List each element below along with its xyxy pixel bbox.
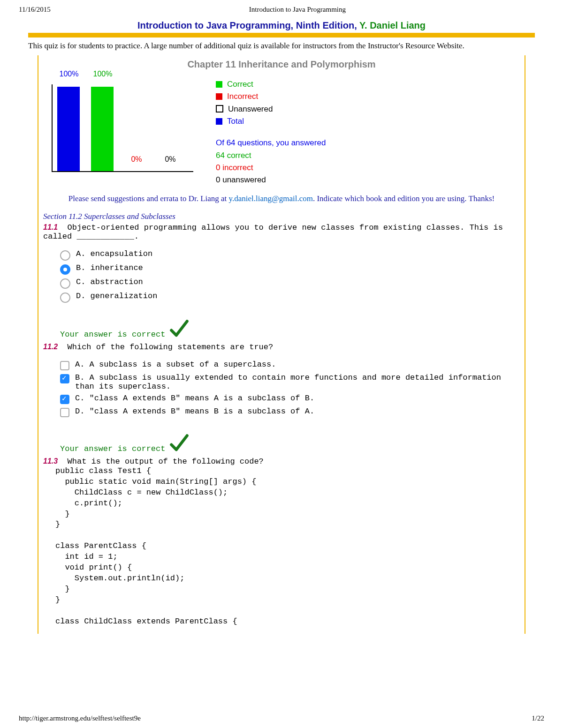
- chart-legend: Correct Incorrect Unanswered Total Of 64…: [216, 78, 326, 187]
- results-bar-chart: 100% 100% 0% 0%: [47, 78, 197, 172]
- errata-email-link[interactable]: y.daniel.liang@gmail.com: [229, 194, 313, 203]
- page-title: Introduction to Java Programming, Ninth …: [0, 16, 563, 33]
- question-11-2: 11.2 Which of the following statements a…: [38, 341, 525, 455]
- question-11-1: 11.1 Object-oriented programming allows …: [38, 221, 525, 341]
- print-date: 11/16/2015: [19, 6, 51, 14]
- feedback-text: Your answer is correct: [60, 444, 165, 453]
- divider-gold: [28, 33, 535, 38]
- option-label: C. abstraction: [76, 278, 143, 286]
- errata-note: Please send suggestions and errata to Dr…: [38, 187, 525, 207]
- footer-url: http://tiger.armstrong.edu/selftest/self…: [19, 714, 141, 722]
- option-label: A. encapsulation: [76, 249, 152, 258]
- radio-option[interactable]: [60, 264, 70, 275]
- radio-option[interactable]: [60, 278, 70, 289]
- checkbox-option[interactable]: [60, 374, 69, 383]
- section-title: Section 11.2 Superclasses and Subclasses: [38, 207, 525, 221]
- code-block: public class Test1 { public static void …: [43, 466, 515, 627]
- checkbox-option[interactable]: [60, 408, 69, 417]
- checkmark-icon: [169, 319, 190, 339]
- checkbox-option[interactable]: [60, 361, 69, 370]
- option-label: B. inheritance: [76, 263, 143, 272]
- option-label: C. "class A extends B" means A is a subc…: [75, 394, 314, 403]
- question-number: 11.3: [43, 457, 58, 465]
- question-number: 11.2: [43, 343, 58, 351]
- intro-text: This quiz is for students to practice. A…: [0, 38, 563, 55]
- radio-option[interactable]: [60, 293, 70, 303]
- option-label: D. "class A extends B" means B is a subc…: [75, 407, 314, 416]
- radio-option[interactable]: [60, 250, 70, 261]
- option-label: D. generalization: [76, 292, 157, 300]
- feedback-text: Your answer is correct: [60, 330, 165, 339]
- doc-title-header: Introduction to Java Programming: [249, 6, 346, 14]
- checkbox-option[interactable]: [60, 395, 69, 404]
- author-name: Y. Daniel Liang: [359, 20, 426, 30]
- question-number: 11.1: [43, 223, 58, 231]
- checkmark-icon: [169, 433, 190, 453]
- option-label: A. A subclass is a subset of a superclas…: [75, 360, 276, 369]
- option-label: B. A subclass is usually extended to con…: [75, 373, 515, 391]
- question-11-3: 11.3 What is the output of the following…: [38, 455, 525, 629]
- page-indicator: 1/22: [532, 714, 544, 722]
